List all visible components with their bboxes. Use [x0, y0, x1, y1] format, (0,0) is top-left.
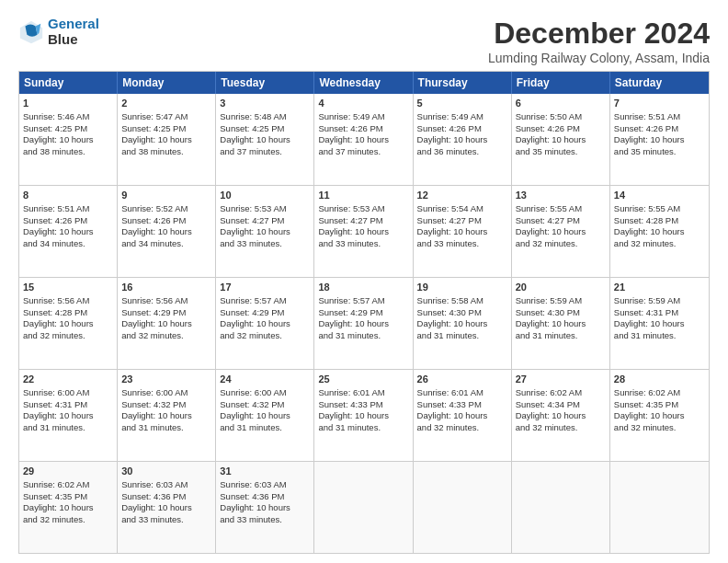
cal-row-3: 15Sunrise: 5:56 AMSunset: 4:28 PMDayligh…: [19, 277, 709, 369]
day-number: 25: [318, 373, 408, 386]
day-info: Sunset: 4:35 PM: [23, 491, 87, 501]
day-number: 18: [318, 281, 408, 294]
logo-line2: Blue: [48, 32, 99, 48]
cal-cell-22: 22Sunrise: 6:00 AMSunset: 4:31 PMDayligh…: [19, 370, 118, 461]
day-info: Sunset: 4:29 PM: [121, 307, 186, 317]
logo-line1: General: [48, 16, 99, 31]
calendar-body: 1Sunrise: 5:46 AMSunset: 4:25 PMDaylight…: [19, 94, 709, 553]
day-info: Daylight: 10 hours: [318, 226, 389, 236]
cal-cell-empty-3: [314, 462, 413, 553]
day-info: and 31 minutes.: [220, 422, 282, 432]
day-info: Sunrise: 5:57 AM: [220, 295, 286, 305]
day-info: and 34 minutes.: [121, 238, 184, 248]
cal-cell-8: 8Sunrise: 5:51 AMSunset: 4:26 PMDaylight…: [19, 186, 118, 277]
day-number: 16: [121, 281, 211, 294]
cal-cell-25: 25Sunrise: 6:01 AMSunset: 4:33 PMDayligh…: [314, 370, 413, 461]
day-number: 22: [23, 373, 113, 386]
day-info: Sunrise: 5:53 AM: [220, 203, 286, 213]
day-info: and 31 minutes.: [417, 330, 480, 340]
day-info: Daylight: 10 hours: [23, 226, 94, 236]
day-info: Daylight: 10 hours: [23, 318, 94, 328]
day-info: Sunrise: 5:50 AM: [516, 111, 582, 121]
cal-cell-19: 19Sunrise: 5:58 AMSunset: 4:30 PMDayligh…: [414, 278, 512, 369]
day-info: Daylight: 10 hours: [220, 134, 290, 144]
day-info: Sunrise: 5:59 AM: [614, 295, 680, 305]
day-info: Sunrise: 6:00 AM: [121, 387, 188, 397]
cal-cell-empty-5: [512, 462, 610, 553]
day-info: Sunset: 4:26 PM: [516, 123, 580, 133]
day-info: Daylight: 10 hours: [318, 410, 389, 420]
day-info: Daylight: 10 hours: [121, 318, 192, 328]
day-info: Sunrise: 5:55 AM: [614, 203, 680, 213]
day-info: Sunset: 4:26 PM: [318, 123, 382, 133]
day-number: 28: [614, 373, 705, 386]
day-info: Sunset: 4:31 PM: [614, 307, 678, 317]
day-number: 23: [121, 373, 211, 386]
day-info: Sunset: 4:36 PM: [220, 491, 284, 501]
day-number: 8: [23, 189, 113, 202]
day-info: and 32 minutes.: [516, 422, 578, 432]
day-info: and 31 minutes.: [23, 422, 85, 432]
day-number: 31: [220, 465, 310, 478]
cal-cell-15: 15Sunrise: 5:56 AMSunset: 4:28 PMDayligh…: [19, 278, 118, 369]
day-info: Sunrise: 5:46 AM: [23, 111, 89, 121]
day-info: Sunset: 4:26 PM: [23, 215, 87, 225]
day-number: 13: [516, 189, 606, 202]
day-number: 14: [614, 189, 705, 202]
day-info: Daylight: 10 hours: [516, 134, 586, 144]
day-info: and 32 minutes.: [417, 422, 480, 432]
day-info: Daylight: 10 hours: [516, 410, 586, 420]
logo: General Blue: [18, 17, 99, 47]
cal-cell-3: 3Sunrise: 5:48 AMSunset: 4:25 PMDaylight…: [216, 94, 314, 185]
cal-cell-31: 31Sunrise: 6:03 AMSunset: 4:36 PMDayligh…: [216, 462, 314, 553]
day-info: Sunset: 4:27 PM: [516, 215, 580, 225]
day-info: Sunrise: 5:58 AM: [417, 295, 483, 305]
main-title: December 2024: [488, 17, 710, 51]
day-info: Sunset: 4:30 PM: [516, 307, 580, 317]
cal-cell-1: 1Sunrise: 5:46 AMSunset: 4:25 PMDaylight…: [19, 94, 118, 185]
day-number: 27: [516, 373, 606, 386]
day-info: and 38 minutes.: [23, 146, 85, 156]
day-info: and 37 minutes.: [318, 146, 381, 156]
day-info: Daylight: 10 hours: [614, 226, 685, 236]
day-number: 12: [417, 189, 507, 202]
col-head-saturday: Saturday: [610, 72, 709, 94]
day-info: Sunset: 4:31 PM: [23, 399, 87, 409]
day-info: and 33 minutes.: [121, 514, 184, 524]
day-number: 15: [23, 281, 113, 294]
day-info: and 38 minutes.: [121, 146, 184, 156]
day-info: Daylight: 10 hours: [318, 134, 389, 144]
day-info: Sunset: 4:33 PM: [318, 399, 382, 409]
day-info: Sunrise: 5:47 AM: [121, 111, 188, 121]
day-number: 11: [318, 189, 408, 202]
day-info: Sunset: 4:33 PM: [417, 399, 482, 409]
day-info: and 33 minutes.: [220, 238, 282, 248]
day-info: Daylight: 10 hours: [614, 134, 685, 144]
cal-cell-28: 28Sunrise: 6:02 AMSunset: 4:35 PMDayligh…: [610, 370, 709, 461]
day-info: Sunrise: 5:54 AM: [417, 203, 483, 213]
day-info: Sunset: 4:27 PM: [220, 215, 284, 225]
day-number: 29: [23, 465, 113, 478]
day-info: Daylight: 10 hours: [220, 410, 290, 420]
day-info: Sunrise: 6:03 AM: [121, 479, 188, 489]
cal-cell-16: 16Sunrise: 5:56 AMSunset: 4:29 PMDayligh…: [118, 278, 216, 369]
day-info: Sunrise: 6:02 AM: [516, 387, 582, 397]
day-info: Sunrise: 6:02 AM: [614, 387, 680, 397]
day-info: Daylight: 10 hours: [417, 410, 488, 420]
day-info: Sunrise: 5:48 AM: [220, 111, 286, 121]
day-number: 6: [516, 97, 606, 110]
cal-cell-18: 18Sunrise: 5:57 AMSunset: 4:29 PMDayligh…: [314, 278, 413, 369]
day-info: Sunset: 4:36 PM: [121, 491, 186, 501]
cal-cell-29: 29Sunrise: 6:02 AMSunset: 4:35 PMDayligh…: [19, 462, 118, 553]
cal-row-5: 29Sunrise: 6:02 AMSunset: 4:35 PMDayligh…: [19, 461, 709, 553]
col-head-wednesday: Wednesday: [314, 72, 413, 94]
day-info: Sunset: 4:25 PM: [23, 123, 87, 133]
day-number: 24: [220, 373, 310, 386]
day-info: and 32 minutes.: [614, 422, 677, 432]
day-number: 26: [417, 373, 507, 386]
day-number: 30: [121, 465, 211, 478]
day-info: Sunrise: 5:57 AM: [318, 295, 384, 305]
calendar: SundayMondayTuesdayWednesdayThursdayFrid…: [18, 71, 710, 554]
cal-cell-23: 23Sunrise: 6:00 AMSunset: 4:32 PMDayligh…: [118, 370, 216, 461]
day-info: Sunset: 4:28 PM: [23, 307, 87, 317]
